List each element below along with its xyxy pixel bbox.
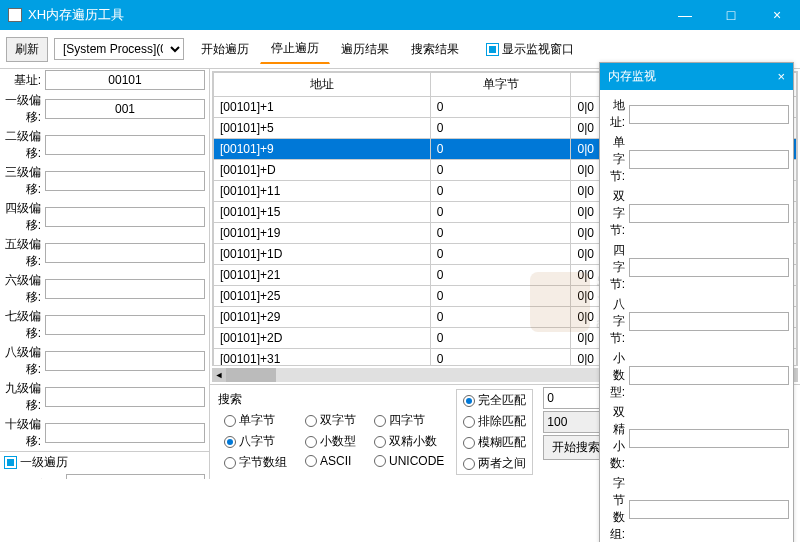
type-radio-四字节[interactable]: 四字节 <box>374 412 444 429</box>
monitor-field-label: 字节数组: <box>604 475 629 542</box>
offset-input-0[interactable] <box>45 99 205 119</box>
match-radio-完全匹配[interactable]: 完全匹配 <box>463 392 526 409</box>
tab-0[interactable]: 开始遍历 <box>190 35 260 64</box>
match-radio-两者之间[interactable]: 两者之间 <box>463 455 526 472</box>
type-radio-双精小数[interactable]: 双精小数 <box>374 433 444 450</box>
type-radio-小数型[interactable]: 小数型 <box>305 433 356 450</box>
offset-input-8[interactable] <box>45 387 205 407</box>
title-bar: XH内存遍历工具 — □ × <box>0 0 800 30</box>
maximize-button[interactable]: □ <box>708 0 754 30</box>
monitor-field-input-3[interactable] <box>629 258 789 277</box>
offset-label-4: 五级偏移: <box>4 236 45 270</box>
monitor-field-input-1[interactable] <box>629 150 789 169</box>
offset-label-6: 七级偏移: <box>4 308 45 342</box>
offset-input-6[interactable] <box>45 315 205 335</box>
monitor-titlebar[interactable]: 内存监视 × <box>600 63 793 90</box>
offset-input-5[interactable] <box>45 279 205 299</box>
refresh-button[interactable]: 刷新 <box>6 37 48 62</box>
show-monitor-label: 显示监视窗口 <box>502 41 574 58</box>
monitor-field-label: 双精小数: <box>604 404 629 472</box>
type-radio-UNICODE[interactable]: UNICODE <box>374 454 444 468</box>
monitor-field-input-6[interactable] <box>629 429 789 448</box>
memory-monitor-panel: 内存监视 × 地址:单字节:双字节:四字节:八字节:小数型:双精小数:字节数组:… <box>599 62 794 542</box>
monitor-field-input-0[interactable] <box>629 105 789 124</box>
group1-offset-select[interactable]: 一级偏移 <box>66 474 205 479</box>
col-header[interactable]: 地址 <box>214 73 431 97</box>
monitor-field-label: 地址: <box>604 97 629 131</box>
col-header[interactable]: 单字节 <box>430 73 571 97</box>
offset-input-4[interactable] <box>45 243 205 263</box>
tab-3[interactable]: 搜索结果 <box>400 35 470 64</box>
close-button[interactable]: × <box>754 0 800 30</box>
monitor-field-label: 八字节: <box>604 296 629 347</box>
monitor-field-label: 小数型: <box>604 350 629 401</box>
match-radio-排除匹配[interactable]: 排除匹配 <box>463 413 526 430</box>
monitor-field-input-5[interactable] <box>629 366 789 385</box>
group1-title[interactable]: 一级遍历 <box>0 451 209 473</box>
match-mode-group: 完全匹配排除匹配模糊匹配两者之间 <box>456 389 533 475</box>
monitor-close-button[interactable]: × <box>777 69 785 84</box>
offset-label-1: 二级偏移: <box>4 128 45 162</box>
monitor-field-input-7[interactable] <box>629 500 789 519</box>
monitor-field-label: 四字节: <box>604 242 629 293</box>
type-radio-字节数组[interactable]: 字节数组 <box>224 454 287 471</box>
offset-label-5: 六级偏移: <box>4 272 45 306</box>
offset-label-2: 三级偏移: <box>4 164 45 198</box>
monitor-title: 内存监视 <box>608 68 777 85</box>
monitor-field-input-4[interactable] <box>629 312 789 331</box>
app-icon <box>8 8 22 22</box>
monitor-field-label: 双字节: <box>604 188 629 239</box>
type-radio-双字节[interactable]: 双字节 <box>305 412 356 429</box>
checkbox-icon <box>4 456 17 469</box>
offset-input-9[interactable] <box>45 423 205 443</box>
window-title: XH内存遍历工具 <box>28 6 662 24</box>
base-label: 基址: <box>4 72 45 89</box>
type-radio-八字节[interactable]: 八字节 <box>224 433 287 450</box>
offset-input-2[interactable] <box>45 171 205 191</box>
scroll-left-icon[interactable]: ◄ <box>212 368 226 382</box>
process-select[interactable]: [System Process](0) <box>54 38 184 60</box>
offset-input-1[interactable] <box>45 135 205 155</box>
offset-label-3: 四级偏移: <box>4 200 45 234</box>
offset-label-0: 一级偏移: <box>4 92 45 126</box>
offset-input-3[interactable] <box>45 207 205 227</box>
offset-input-7[interactable] <box>45 351 205 371</box>
offset-label-8: 九级偏移: <box>4 380 45 414</box>
show-monitor-checkbox[interactable]: 显示监视窗口 <box>486 41 574 58</box>
tabs: 开始遍历停止遍历遍历结果搜索结果 <box>190 34 470 64</box>
monitor-field-input-2[interactable] <box>629 204 789 223</box>
match-radio-模糊匹配[interactable]: 模糊匹配 <box>463 434 526 451</box>
base-row: 基址: <box>0 69 209 91</box>
checkbox-icon <box>486 43 499 56</box>
base-input[interactable] <box>45 70 205 90</box>
left-panel: 基址: 一级偏移:二级偏移:三级偏移:四级偏移:五级偏移:六级偏移:七级偏移:八… <box>0 69 210 479</box>
tab-1[interactable]: 停止遍历 <box>260 34 330 64</box>
offset-label-7: 八级偏移: <box>4 344 45 378</box>
minimize-button[interactable]: — <box>662 0 708 30</box>
search-title: 搜索 <box>218 389 450 410</box>
type-radio-ASCII[interactable]: ASCII <box>305 454 356 468</box>
offset-label-9: 十级偏移: <box>4 416 45 450</box>
tab-2[interactable]: 遍历结果 <box>330 35 400 64</box>
type-radio-单字节[interactable]: 单字节 <box>224 412 287 429</box>
monitor-field-label: 单字节: <box>604 134 629 185</box>
